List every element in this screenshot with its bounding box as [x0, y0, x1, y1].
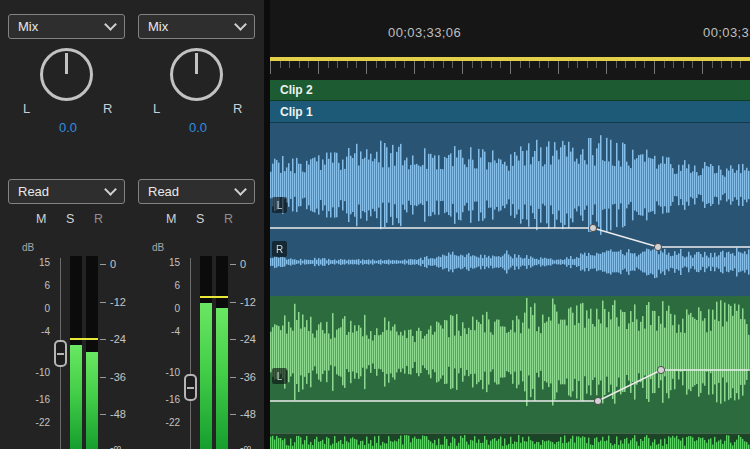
meter-scale-neg-infinity: -∞: [240, 441, 252, 449]
meter-scale-label: -12: [110, 296, 126, 308]
peak-indicator: [70, 338, 98, 340]
fader-scale-label: 6: [174, 280, 180, 291]
meter-scale-tick: [100, 302, 106, 303]
fader-scale-label: -22: [166, 417, 180, 428]
channel-badge-r: R: [272, 241, 287, 257]
fader-scale-label: 15: [39, 257, 50, 268]
fader-scale-label: 0: [44, 303, 50, 314]
fader-track[interactable]: [190, 258, 191, 449]
automation-overlay: [270, 296, 750, 449]
meter-scale-tick: [230, 302, 236, 303]
audio-track-clip1[interactable]: LR: [270, 123, 750, 296]
mixer-strip-1: Mix L R 0.0 Read M S R dB 1560-4-10-16-2…: [4, 0, 132, 449]
mixer-strip-2: Mix L R 0.0 Read M S R dB 1560-4-10-16-2…: [134, 0, 262, 449]
audio-clip-mixer-app: Mix L R 0.0 Read M S R dB 1560-4-10-16-2…: [0, 0, 750, 449]
clip-name: Clip 1: [280, 105, 313, 119]
fader-scale-label: -16: [36, 394, 50, 405]
keyframe-dot[interactable]: [657, 366, 664, 373]
meter-scale-tick: [100, 414, 106, 415]
level-meter-right: [216, 256, 228, 449]
meter-scale: 0-12-24-36-48-∞: [100, 0, 132, 449]
meter-scale-label: -12: [240, 296, 256, 308]
ruler-ticks: [270, 61, 750, 76]
fader-handle[interactable]: [54, 340, 67, 367]
level-meter-right: [86, 256, 98, 449]
meter-fill: [216, 308, 228, 449]
fader-scale-label: -22: [36, 417, 50, 428]
fader-scale-label: -4: [41, 326, 50, 337]
meter-scale-label: -48: [240, 408, 256, 420]
ruler-timecode: 00;03;33: [703, 25, 750, 40]
clip-title-bar-clip2[interactable]: Clip 2: [270, 80, 750, 101]
fader-handle[interactable]: [184, 374, 197, 401]
meter-scale-label: 0: [240, 258, 246, 270]
meter-scale-tick: [100, 339, 106, 340]
clip-mixer-panel: Mix L R 0.0 Read M S R dB 1560-4-10-16-2…: [0, 0, 264, 449]
volume-automation-line[interactable]: [270, 370, 750, 401]
meter-scale-label: 0: [110, 258, 116, 270]
meter-fill: [86, 352, 98, 449]
volume-automation-line[interactable]: [270, 228, 750, 247]
fader-scale-label: 15: [169, 257, 180, 268]
meter-scale-label: -24: [240, 333, 256, 345]
keyframe-dot[interactable]: [654, 243, 661, 250]
fader-scale-label: -10: [36, 367, 50, 378]
meter-scale-tick: [230, 414, 236, 415]
level-meter-left: [200, 256, 212, 449]
solo-button[interactable]: S: [196, 212, 204, 226]
channel-badge-l: L: [272, 197, 287, 213]
fader-scale-label: 6: [44, 280, 50, 291]
meter-fill: [70, 345, 82, 449]
meter-scale: 0-12-24-36-48-∞: [230, 0, 262, 449]
fader-scale: 1560-4-10-16-22: [20, 0, 50, 449]
meter-scale-label: -36: [240, 371, 256, 383]
time-ruler[interactable]: 00;03;33;0600;03;33: [270, 0, 750, 57]
audio-track-clip2[interactable]: L: [270, 296, 750, 449]
meter-scale-tick: [100, 264, 106, 265]
meter-scale-label: -36: [110, 371, 126, 383]
meter-scale-tick: [100, 377, 106, 378]
meter-scale-tick: [230, 377, 236, 378]
fader-scale-label: -4: [171, 326, 180, 337]
timeline-panel: 00;03;33;0600;03;33 Clip 2 Clip 1 LR L: [270, 0, 750, 449]
fader-handle-dash: [187, 387, 194, 389]
meter-scale-neg-infinity: -∞: [110, 441, 122, 449]
solo-button[interactable]: S: [66, 212, 74, 226]
channel-badge-l: L: [272, 368, 287, 384]
meter-scale-tick: [230, 264, 236, 265]
fader-scale-label: -16: [166, 394, 180, 405]
peak-indicator: [200, 296, 228, 298]
level-meter-left: [70, 256, 82, 449]
clip-title-bar-clip1[interactable]: Clip 1: [270, 101, 750, 123]
automation-overlay: [270, 123, 750, 296]
meter-scale-label: -24: [110, 333, 126, 345]
meter-scale-tick: [230, 339, 236, 340]
fader-scale-label: -10: [166, 367, 180, 378]
keyframe-dot[interactable]: [589, 224, 596, 231]
fader-handle-dash: [57, 353, 64, 355]
pan-knob-pointer: [65, 53, 68, 74]
clip-name: Clip 2: [280, 83, 313, 97]
fader-scale: 1560-4-10-16-22: [150, 0, 180, 449]
pan-knob-pointer: [195, 53, 198, 74]
ruler-timecode: 00;03;33;06: [388, 25, 461, 40]
meter-fill: [200, 303, 212, 449]
meter-scale-label: -48: [110, 408, 126, 420]
fader-scale-label: 0: [174, 303, 180, 314]
keyframe-dot[interactable]: [594, 397, 601, 404]
